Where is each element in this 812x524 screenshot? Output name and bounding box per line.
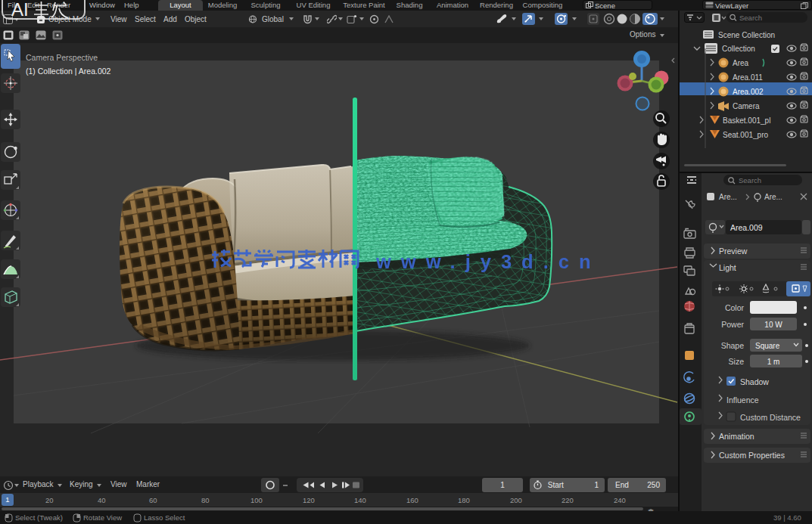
svg-text:Area.009: Area.009	[730, 223, 763, 232]
svg-text:Light: Light	[719, 263, 736, 272]
svg-text:Camera Perspective: Camera Perspective	[26, 53, 98, 62]
svg-text:Camera: Camera	[733, 102, 760, 110]
svg-text:Are...: Are...	[764, 193, 782, 201]
svg-text:www.jy3d.cn: www.jy3d.cn	[375, 251, 601, 272]
svg-text:Basket.001_pl: Basket.001_pl	[723, 116, 770, 125]
svg-text:Power: Power	[721, 320, 744, 329]
svg-text:Search: Search	[739, 176, 761, 184]
svg-text:Custom Distance: Custom Distance	[740, 413, 801, 422]
svg-text:Square: Square	[755, 342, 780, 350]
svg-text:(1) Collection | Area.002: (1) Collection | Area.002	[26, 67, 111, 76]
svg-text:Area.011: Area.011	[733, 73, 763, 82]
svg-text:Collection: Collection	[722, 45, 755, 53]
svg-text:Are...: Are...	[719, 193, 737, 201]
svg-text:Animation: Animation	[719, 432, 754, 441]
svg-text:Scene Collection: Scene Collection	[718, 31, 775, 39]
svg-text:Custom Properties: Custom Properties	[719, 451, 785, 460]
svg-text:AI: AI	[11, 1, 29, 20]
svg-text:Shadow: Shadow	[740, 377, 769, 386]
svg-text:Search: Search	[739, 14, 762, 22]
svg-text:Influence: Influence	[726, 395, 759, 405]
svg-text:Area: Area	[733, 59, 749, 67]
svg-text:Seat.001_pro: Seat.001_pro	[723, 131, 768, 139]
svg-text:10 W: 10 W	[764, 321, 782, 329]
svg-text:Shape: Shape	[721, 341, 745, 350]
svg-text:1 m: 1 m	[767, 358, 780, 366]
svg-text:Size: Size	[729, 357, 745, 366]
svg-text:Color: Color	[725, 303, 745, 312]
svg-text:Preview: Preview	[719, 246, 748, 256]
svg-text:Area.002: Area.002	[733, 88, 764, 96]
